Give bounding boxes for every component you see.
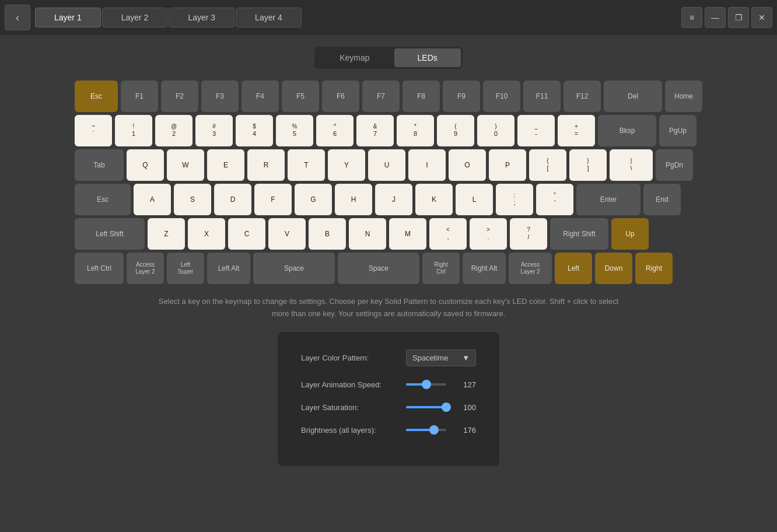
key-tab[interactable]: Tab	[75, 149, 124, 181]
key-f11[interactable]: F11	[523, 80, 561, 112]
layer-tab-3[interactable]: Layer 3	[169, 8, 235, 27]
key-0[interactable]: )0	[477, 115, 514, 146]
key-access-layer2-left[interactable]: AccessLayer 2	[127, 253, 164, 284]
key-access-layer2-right[interactable]: AccessLayer 2	[509, 253, 552, 284]
key-y[interactable]: Y	[328, 149, 365, 181]
key-tilde[interactable]: ~`	[75, 115, 112, 146]
saturation-slider[interactable]	[406, 406, 446, 408]
key-i[interactable]: I	[408, 149, 446, 181]
key-l[interactable]: L	[456, 184, 493, 215]
key-right[interactable]: Right	[635, 253, 673, 284]
key-caps[interactable]: Esc	[75, 184, 131, 215]
key-k[interactable]: K	[415, 184, 453, 215]
key-f12[interactable]: F12	[564, 80, 601, 112]
key-f8[interactable]: F8	[402, 80, 440, 112]
key-1[interactable]: !1	[115, 115, 152, 146]
key-pgup[interactable]: PgUp	[659, 115, 696, 146]
key-backspace[interactable]: Bksp	[598, 115, 656, 146]
key-comma[interactable]: <,	[429, 218, 467, 250]
key-pgdn[interactable]: PgDn	[656, 149, 693, 181]
key-right-ctrl[interactable]: RightCtrl	[422, 253, 460, 284]
key-4[interactable]: $4	[236, 115, 273, 146]
key-right-alt[interactable]: Right Alt	[463, 253, 506, 284]
key-equals[interactable]: +=	[558, 115, 595, 146]
key-rbracket[interactable]: }]	[569, 149, 607, 181]
key-backslash[interactable]: |\	[610, 149, 653, 181]
minimize-button[interactable]: —	[705, 7, 726, 28]
key-end[interactable]: End	[643, 184, 681, 215]
leds-tab[interactable]: LEDs	[394, 48, 461, 67]
key-t[interactable]: T	[288, 149, 325, 181]
keymap-tab[interactable]: Keymap	[316, 48, 393, 67]
restore-button[interactable]: ❐	[728, 7, 749, 28]
color-pattern-dropdown[interactable]: Spacetime ▼	[406, 349, 476, 366]
key-m[interactable]: M	[389, 218, 426, 250]
key-j[interactable]: J	[375, 184, 412, 215]
key-8[interactable]: *8	[397, 115, 434, 146]
key-right-shift[interactable]: Right Shift	[550, 218, 608, 250]
key-esc[interactable]: Esc	[75, 80, 118, 112]
key-f[interactable]: F	[254, 184, 292, 215]
key-quote[interactable]: "'	[536, 184, 573, 215]
key-left-alt[interactable]: Left Alt	[207, 253, 250, 284]
key-u[interactable]: U	[368, 149, 405, 181]
key-d[interactable]: D	[214, 184, 251, 215]
key-f10[interactable]: F10	[483, 80, 520, 112]
layer-tab-2[interactable]: Layer 2	[102, 8, 168, 27]
key-f6[interactable]: F6	[322, 80, 359, 112]
key-p[interactable]: P	[489, 149, 526, 181]
key-slash[interactable]: ?/	[510, 218, 547, 250]
menu-button[interactable]: ≡	[681, 7, 702, 28]
key-o[interactable]: O	[449, 149, 486, 181]
key-g[interactable]: G	[295, 184, 332, 215]
key-a[interactable]: A	[134, 184, 171, 215]
key-3[interactable]: #3	[195, 115, 233, 146]
key-left-super[interactable]: LeftSuper	[167, 253, 204, 284]
key-r[interactable]: R	[247, 149, 285, 181]
key-left-ctrl[interactable]: Left Ctrl	[75, 253, 124, 284]
key-space-right[interactable]: Space	[338, 253, 419, 284]
key-2[interactable]: @2	[155, 115, 192, 146]
key-5[interactable]: %5	[276, 115, 313, 146]
key-q[interactable]: Q	[127, 149, 164, 181]
key-minus[interactable]: _-	[517, 115, 555, 146]
key-n[interactable]: N	[349, 218, 386, 250]
key-7[interactable]: &7	[356, 115, 394, 146]
key-f1[interactable]: F1	[121, 80, 158, 112]
key-del[interactable]: Del	[604, 80, 662, 112]
key-enter[interactable]: Enter	[576, 184, 640, 215]
key-v[interactable]: V	[268, 218, 306, 250]
key-left[interactable]: Left	[555, 253, 592, 284]
key-s[interactable]: S	[174, 184, 211, 215]
key-space-left[interactable]: Space	[253, 253, 335, 284]
layer-tab-4[interactable]: Layer 4	[236, 8, 302, 27]
brightness-thumb[interactable]	[429, 425, 439, 435]
key-up[interactable]: Up	[611, 218, 649, 250]
key-f7[interactable]: F7	[362, 80, 400, 112]
saturation-thumb[interactable]	[442, 402, 451, 412]
key-period[interactable]: >.	[470, 218, 507, 250]
back-button[interactable]: ‹	[5, 5, 30, 30]
layer-tab-1[interactable]: Layer 1	[35, 8, 101, 27]
close-button[interactable]: ✕	[751, 7, 772, 28]
key-b[interactable]: B	[309, 218, 346, 250]
key-h[interactable]: H	[335, 184, 372, 215]
key-left-shift[interactable]: Left Shift	[75, 218, 145, 250]
animation-speed-slider[interactable]	[406, 383, 446, 386]
animation-speed-thumb[interactable]	[422, 380, 431, 389]
key-6[interactable]: ^6	[316, 115, 354, 146]
key-x[interactable]: X	[188, 218, 225, 250]
key-w[interactable]: W	[167, 149, 204, 181]
key-f2[interactable]: F2	[161, 80, 198, 112]
key-9[interactable]: (9	[437, 115, 474, 146]
key-semicolon[interactable]: :;	[496, 184, 533, 215]
key-f9[interactable]: F9	[443, 80, 480, 112]
key-e[interactable]: E	[207, 149, 244, 181]
key-f4[interactable]: F4	[242, 80, 279, 112]
key-f3[interactable]: F3	[201, 80, 239, 112]
key-f5[interactable]: F5	[282, 80, 319, 112]
key-z[interactable]: Z	[148, 218, 185, 250]
brightness-slider[interactable]	[406, 429, 446, 431]
key-home[interactable]: Home	[665, 80, 702, 112]
key-down[interactable]: Down	[595, 253, 632, 284]
